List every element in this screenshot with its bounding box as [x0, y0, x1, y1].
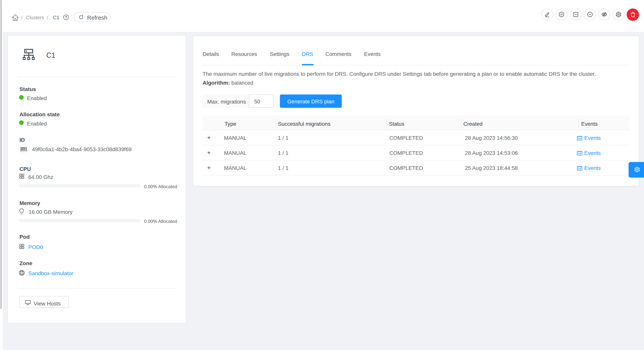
svg-text:?: ? [65, 16, 67, 19]
